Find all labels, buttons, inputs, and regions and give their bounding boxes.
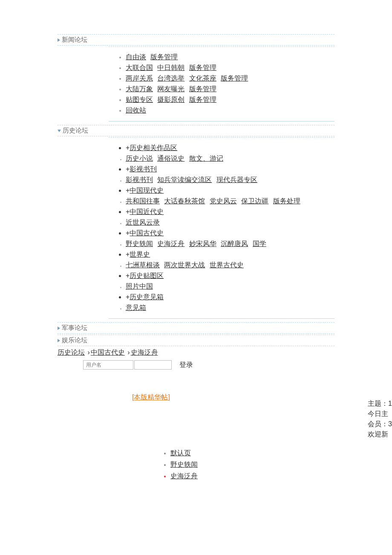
forum-link[interactable]: 贴图专区 [126,96,153,103]
forum-link[interactable]: 共和国往事 [126,197,160,205]
forum-link[interactable]: 台湾选举 [157,75,184,82]
category-link[interactable]: 世界史 [130,251,150,258]
category-link[interactable]: 历史相关作品区 [130,144,177,151]
forum-link[interactable]: 党史风云 [210,197,237,205]
section-title: 军事论坛 [62,324,87,332]
featured-posts-link[interactable]: 本版精华帖 [134,393,168,401]
category-item: +中国近代史 [126,208,334,217]
category-link[interactable]: 历史贴图区 [130,272,164,279]
forum-link[interactable]: 两次世界大战 [164,261,205,269]
history-forum-panel: +历史相关作品区 历史小说 通俗说史 散文、游记 +影视书刊 影视书刊 知兵堂读… [109,137,334,319]
collapse-right-icon [58,339,60,342]
forum-link[interactable]: 妙宋风华 [189,240,216,247]
tab-link[interactable]: 默认页 [170,449,191,457]
tab-link[interactable]: 史海泛舟 [170,472,198,480]
breadcrumb-link[interactable]: 史海泛舟 [131,349,158,356]
forum-link[interactable]: 版务管理 [189,85,216,92]
stats-members: 会员：3 [368,419,392,429]
list-item: 大联合国 中日韩朝 版务管理 [126,64,334,72]
list-item: 回收站 [126,106,334,115]
forum-link[interactable]: 摄影原创 [157,96,184,103]
login-button[interactable]: 登录 [179,361,193,370]
forum-link[interactable]: 意见箱 [126,304,146,311]
forum-link[interactable]: 网友曝光 [157,85,184,92]
forum-link[interactable]: 近世风云录 [126,219,160,226]
history-forum-section[interactable]: 历史论坛 [58,125,334,136]
forum-link[interactable]: 中日韩朝 [157,64,184,71]
expand-icon[interactable]: + [126,144,130,151]
list-item: 近世风云录 [126,218,334,227]
forum-link[interactable]: 版务管理 [189,64,216,71]
section-title: 新闻论坛 [62,36,87,44]
expand-icon[interactable]: + [126,208,130,215]
forum-link[interactable]: 版务管理 [150,53,178,61]
list-item: 共和国往事 大话春秋茶馆 党史风云 保卫边疆 版务处理 [126,197,334,206]
forum-link[interactable]: 大话春秋茶馆 [164,197,205,205]
category-link[interactable]: 中国近代史 [130,208,164,215]
expand-icon[interactable]: + [126,293,130,301]
bracket-close: ] [168,393,170,401]
breadcrumb-link[interactable]: 历史论坛 [58,349,85,356]
entertainment-forum-section[interactable]: 娱乐论坛 [58,335,334,346]
expand-icon[interactable]: + [126,251,130,258]
category-link[interactable]: 影视书刊 [130,165,157,173]
login-bar: 登录 [83,360,334,370]
list-item: 自由谈 版务管理 [126,53,334,62]
category-link[interactable]: 中国现代史 [130,187,164,194]
breadcrumb-sep: › [127,349,130,356]
expand-icon[interactable]: + [126,229,130,237]
username-input[interactable] [83,360,133,370]
collapse-down-icon [58,130,61,132]
forum-link[interactable]: 现代兵器专区 [216,176,257,183]
news-forum-panel: 自由谈 版务管理 大联合国 中日韩朝 版务管理 两岸关系 台湾选举 文化茶座 版… [109,46,334,121]
forum-link[interactable]: 历史小说 [126,155,153,162]
expand-icon[interactable]: + [126,187,130,194]
news-forum-section[interactable]: 新闻论坛 [58,34,334,46]
forum-link[interactable]: 知兵堂读编交流区 [157,176,212,183]
list-item: 两岸关系 台湾选举 文化茶座 版务管理 [126,74,334,83]
tab-link[interactable]: 野史轶闻 [170,461,198,468]
list-item: 影视书刊 知兵堂读编交流区 现代兵器专区 [126,176,334,185]
forum-link[interactable]: 国学 [253,240,266,247]
forum-link[interactable]: 大陆万象 [126,85,153,92]
collapse-right-icon [58,327,60,330]
forum-link[interactable]: 七洲草根谈 [126,261,160,269]
forum-link[interactable]: 版务管理 [189,96,216,103]
breadcrumb-sep: › [87,349,89,356]
password-input[interactable] [134,360,172,370]
category-item: +世界史 [126,250,334,259]
forum-link[interactable]: 文化茶座 [189,75,216,82]
forum-link[interactable]: 自由谈 [126,53,146,61]
forum-link[interactable]: 照片中国 [126,283,153,290]
forum-link[interactable]: 散文、游记 [189,155,223,162]
featured-link-wrap: [本版精华帖] [132,393,392,402]
forum-link[interactable]: 野史轶闻 [126,240,153,247]
stats-welcome: 欢迎新 [368,429,392,439]
forum-link[interactable]: 世界古代史 [210,261,244,269]
expand-icon[interactable]: + [126,272,130,279]
breadcrumb: 历史论坛 ›中国古代史 ›史海泛舟 [58,347,334,358]
list-item: 照片中国 [126,282,334,291]
forum-link[interactable]: 两岸关系 [126,75,153,82]
category-item: +历史相关作品区 [126,144,334,153]
forum-link[interactable]: 通俗说史 [157,155,184,162]
category-item: +中国古代史 [126,229,334,238]
forum-link[interactable]: 版务处理 [273,197,300,205]
forum-link[interactable]: 回收站 [126,107,146,114]
forum-link[interactable]: 史海泛舟 [157,240,184,247]
military-forum-section[interactable]: 军事论坛 [58,322,334,334]
list-item: 野史轶闻 史海泛舟 妙宋风华 沉醉唐风 国学 [126,240,334,249]
category-link[interactable]: 历史意见箱 [130,293,164,301]
tab-shihai: 史海泛舟 [170,472,239,481]
forum-link[interactable]: 影视书刊 [126,176,153,183]
category-link[interactable]: 中国古代史 [130,229,164,237]
forum-link[interactable]: 保卫边疆 [241,197,268,205]
expand-icon[interactable]: + [126,165,130,173]
breadcrumb-link[interactable]: 中国古代史 [91,349,125,356]
forum-link[interactable]: 大联合国 [126,64,153,71]
list-item: 大陆万象 网友曝光 版务管理 [126,85,334,94]
forum-link[interactable]: 沉醉唐风 [221,240,248,247]
list-item: 历史小说 通俗说史 散文、游记 [126,154,334,163]
forum-link[interactable]: 版务管理 [221,75,248,82]
collapse-right-icon [58,38,60,42]
